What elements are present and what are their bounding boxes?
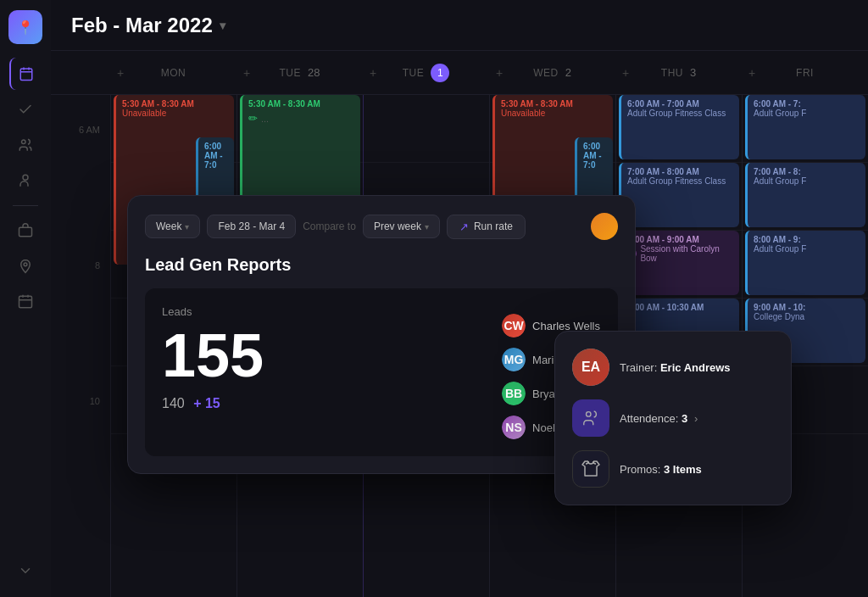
day-header-thu: + THU 3 [615,51,742,94]
date-range-selector[interactable]: Feb 28 - Mar 4 [207,215,296,238]
user-avatar[interactable] [591,213,618,240]
promos-icon [572,450,609,488]
detail-attendance-row: Attendence: 3 › [572,399,774,437]
day-headers: + MON + TUE 28 + TUE 1 + WED 2 [51,51,868,95]
report-toolbar: Week ▾ Feb 28 - Mar 4 Compare to Prev we… [145,213,618,240]
week-chevron-icon: ▾ [185,222,189,232]
promos-info: Promos: 3 Items [620,463,702,476]
svg-rect-6 [19,227,32,237]
event-fri-2[interactable]: 7:00 AM - 8: Adult Group F [745,163,865,227]
chevron-down-icon[interactable]: ▾ [220,19,225,32]
main-area: Feb - Mar 2022 ▾ + MON + TUE 28 + TUE 1 [51,0,868,597]
svg-rect-0 [20,69,32,81]
svg-rect-8 [19,296,32,308]
sidebar-item-more[interactable] [9,555,42,587]
sidebar-item-profile[interactable] [9,165,42,197]
detail-promos-row: Promos: 3 Items [572,450,774,488]
sidebar-item-shop[interactable] [9,215,42,247]
detail-popup: EA Trainer: Eric Andrews Attendence: 3 › [554,331,792,505]
attendance-info: Attendence: 3 › [620,412,698,425]
day-header-wed: + WED 2 [489,51,615,94]
sidebar-item-schedule[interactable] [9,286,42,318]
trainer-info: Trainer: Eric Andrews [620,361,731,374]
sidebar-item-contacts[interactable] [9,129,42,161]
leads-delta: 140 + 15 [162,396,485,411]
add-tue28-icon[interactable]: + [243,66,250,80]
leads-plus: + 15 [193,396,220,410]
event-thu-2[interactable]: 7:00 AM - 8:00 AM Adult Group Fitness Cl… [619,163,739,227]
add-thu-icon[interactable]: + [622,66,629,80]
compare-label: Compare to [303,220,356,232]
leads-card: Leads 155 140 + 15 CW Charles Wells [145,288,618,456]
run-rate-button[interactable]: ↗ Run rate [447,215,526,239]
svg-point-7 [24,263,27,266]
page-title: Feb - Mar 2022 [71,14,213,37]
header: Feb - Mar 2022 ▾ [51,0,868,51]
sidebar: 📍 [0,0,51,597]
trainer-avatar: EA [572,349,609,386]
header-title: Feb - Mar 2022 ▾ [71,14,225,37]
day-header-fri: + FRI [742,51,868,94]
event-thu-3[interactable]: 8:00 AM - 9:00 AM Session with Carolyn B… [619,231,739,295]
sidebar-logo[interactable]: 📍 [8,10,42,44]
add-fri-icon[interactable]: + [748,66,755,80]
day-header-mon: + MON [110,51,236,94]
leads-left: Leads 155 140 + 15 [162,305,485,411]
sidebar-item-tasks[interactable] [9,93,42,126]
prev-week-selector[interactable]: Prev week ▾ [363,215,440,238]
svg-point-4 [22,140,26,144]
svg-point-5 [23,175,28,180]
leads-base: 140 [162,396,185,410]
detail-trainer-row: EA Trainer: Eric Andrews [572,349,774,386]
attendance-arrow-icon[interactable]: › [694,412,698,425]
day-header-tue1: + TUE 1 [363,51,489,94]
sidebar-item-location[interactable] [9,250,42,282]
week-selector[interactable]: Week ▾ [145,215,200,238]
avatar: MG [502,348,526,371]
leads-number: 155 [162,325,485,386]
event-fri-1[interactable]: 6:00 AM - 7: Adult Group F [745,95,865,159]
add-wed-icon[interactable]: + [496,66,503,80]
trend-icon: ↗ [459,220,469,233]
attendance-icon [572,399,609,437]
avatar: NS [502,416,526,439]
sidebar-item-calendar[interactable] [9,58,42,90]
sidebar-divider [13,205,38,206]
event-fri-3[interactable]: 8:00 AM - 9: Adult Group F [745,231,865,295]
svg-point-12 [587,412,592,417]
avatar: CW [502,314,526,338]
prevweek-chevron-icon: ▾ [425,222,429,232]
time-gutter: 6 AM 8 10 [51,95,110,597]
add-mon-icon[interactable]: + [117,66,124,80]
add-tue1-icon[interactable]: + [370,66,376,80]
avatar: BB [502,382,526,405]
event-thu-1[interactable]: 6:00 AM - 7:00 AM Adult Group Fitness Cl… [619,95,739,159]
leads-label: Leads [162,305,485,318]
day-header-tue28: + TUE 28 [236,51,363,94]
report-title: Lead Gen Reports [145,255,618,275]
